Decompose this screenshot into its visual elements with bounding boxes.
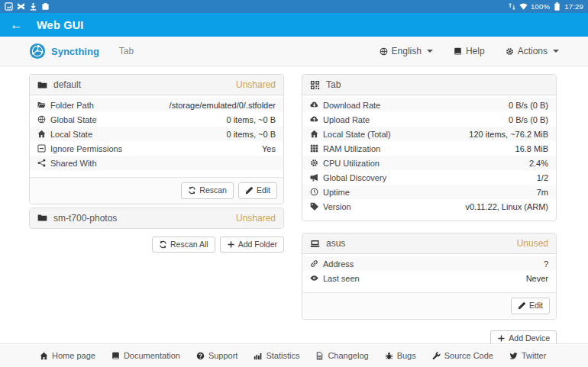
- footer-link-changelog[interactable]: Changelog: [315, 351, 368, 360]
- row-value: 16.8 MiB: [509, 144, 548, 153]
- device-detail-table: Address ? Last seen Never: [302, 254, 556, 292]
- footer-link-statistics[interactable]: Statistics: [254, 351, 299, 360]
- row-label: Last seen: [323, 274, 360, 283]
- book-icon: [111, 352, 120, 360]
- globe-icon: [380, 47, 388, 56]
- row-label: Address: [323, 259, 354, 269]
- device-panel-asus-header[interactable]: asus Unused: [302, 233, 556, 254]
- tag-icon: [310, 202, 318, 211]
- rescan-all-label: Rescan All: [170, 240, 208, 250]
- home-icon: [37, 130, 46, 138]
- row-ignore-permissions: Ignore Permissions Yes: [30, 141, 283, 156]
- row-local-state-total: Local State (Total) 120 items, ~76.2 MiB: [302, 127, 556, 141]
- wrench-icon: [432, 352, 441, 360]
- battery-percent: 100%: [531, 2, 550, 11]
- folder-icon: [37, 213, 47, 223]
- chevron-down-icon: [427, 50, 433, 53]
- row-value: 1/2: [531, 173, 548, 182]
- notification-icons: [5, 2, 50, 11]
- folders-column: default Unshared Folder Path /storage/em…: [29, 74, 284, 346]
- help-label: Help: [466, 46, 485, 56]
- row-shared-with: Shared With: [30, 156, 283, 170]
- minus-square-icon: [37, 144, 46, 153]
- chevron-down-icon: [553, 50, 559, 53]
- add-folder-button[interactable]: Add Folder: [220, 237, 284, 253]
- footer-link-source-code[interactable]: Source Code: [432, 351, 493, 360]
- row-label: Shared With: [50, 159, 97, 168]
- footer-link-label: Bugs: [397, 351, 416, 360]
- row-label: Folder Path: [50, 101, 94, 110]
- row-label: Ignore Permissions: [50, 144, 122, 153]
- qrcode-icon: [310, 80, 320, 90]
- add-device-label: Add Device: [509, 333, 550, 344]
- language-label: English: [392, 46, 422, 56]
- twitter-icon: [509, 352, 518, 360]
- back-arrow-icon[interactable]: ←: [10, 18, 23, 31]
- brand-syncthing[interactable]: Syncthing: [29, 43, 99, 60]
- row-value: /storage/emulated/0/.stfolder: [163, 101, 276, 110]
- bullhorn-icon: [310, 173, 318, 182]
- row-value: 0 items, ~0 B: [220, 115, 276, 124]
- folder-status-badge: Unshared: [236, 79, 276, 90]
- folder-actions-row: Rescan All Add Folder: [29, 237, 284, 253]
- device-name: asus: [326, 238, 345, 249]
- row-value: 0 B/s (0 B): [502, 101, 548, 110]
- row-value: v0.11.22, Linux (ARM): [459, 202, 548, 211]
- page-footer: Home page Documentation Support Statisti…: [0, 343, 588, 367]
- folder-panel-photos-header[interactable]: sm-t700-photos Unshared: [30, 208, 283, 228]
- row-global-state: Global State 0 items, ~0 B: [30, 112, 283, 127]
- folder-panel-default-header[interactable]: default Unshared: [30, 75, 283, 95]
- device-status-badge: Unused: [517, 238, 548, 249]
- navbar: Syncthing Tab English Help Actions: [0, 37, 588, 66]
- rescan-all-button[interactable]: Rescan All: [152, 237, 215, 253]
- cloud-upload-icon: [310, 115, 318, 124]
- footer-link-label: Home page: [52, 351, 95, 360]
- folder-name: default: [53, 79, 81, 90]
- pencil-icon: [518, 301, 526, 310]
- device-panel-tab-header[interactable]: Tab: [302, 75, 556, 95]
- syncthing-logo-icon: [29, 43, 46, 60]
- row-label: Local State: [50, 130, 92, 139]
- laptop-icon: [310, 239, 320, 249]
- actions-menu[interactable]: Actions: [506, 46, 559, 56]
- pencil-icon: [245, 186, 254, 195]
- nav-device-name: Tab: [119, 46, 134, 56]
- row-value: 0 items, ~0 B: [220, 130, 276, 139]
- footer-link-label: Statistics: [266, 351, 299, 360]
- book-icon: [454, 47, 462, 56]
- device-panel-asus: asus Unused Address ? Last seen Never Ed…: [302, 233, 557, 320]
- wifi-icon: [519, 2, 528, 11]
- footer-link-label: Documentation: [124, 351, 180, 360]
- footer-link-twitter[interactable]: Twitter: [509, 351, 546, 360]
- share-icon: [37, 159, 46, 167]
- edit-label: Edit: [257, 185, 270, 196]
- footer-link-documentation[interactable]: Documentation: [111, 351, 180, 360]
- file-text-icon: [315, 352, 324, 360]
- edit-folder-button[interactable]: Edit: [238, 182, 277, 199]
- help-menu[interactable]: Help: [454, 46, 485, 56]
- row-value: 2.4%: [523, 159, 548, 168]
- row-label: RAM Utilization: [323, 144, 380, 153]
- gallery-app-icon: [41, 2, 50, 11]
- row-last-seen: Last seen Never: [302, 271, 556, 285]
- folder-icon: [37, 80, 47, 90]
- folder-name: sm-t700-photos: [53, 213, 117, 224]
- footer-link-label: Support: [208, 351, 238, 360]
- refresh-icon: [159, 240, 167, 249]
- row-label: Global State: [50, 115, 97, 124]
- rescan-button[interactable]: Rescan: [181, 182, 234, 199]
- row-label: Upload Rate: [323, 115, 370, 124]
- edit-label: Edit: [529, 301, 543, 311]
- row-uptime: Uptime 7m: [302, 185, 556, 199]
- footer-link-home-page[interactable]: Home page: [40, 351, 95, 360]
- footer-link-support[interactable]: Support: [196, 351, 238, 360]
- row-label: Uptime: [323, 188, 350, 197]
- folder-open-icon: [37, 101, 46, 109]
- row-label: Download Rate: [323, 101, 380, 110]
- language-menu[interactable]: English: [380, 46, 433, 56]
- row-address: Address ?: [302, 256, 556, 271]
- footer-link-bugs[interactable]: Bugs: [385, 351, 416, 360]
- edit-device-button[interactable]: Edit: [511, 298, 550, 314]
- brand-label: Syncthing: [51, 46, 99, 57]
- row-label: Local State (Total): [323, 130, 391, 139]
